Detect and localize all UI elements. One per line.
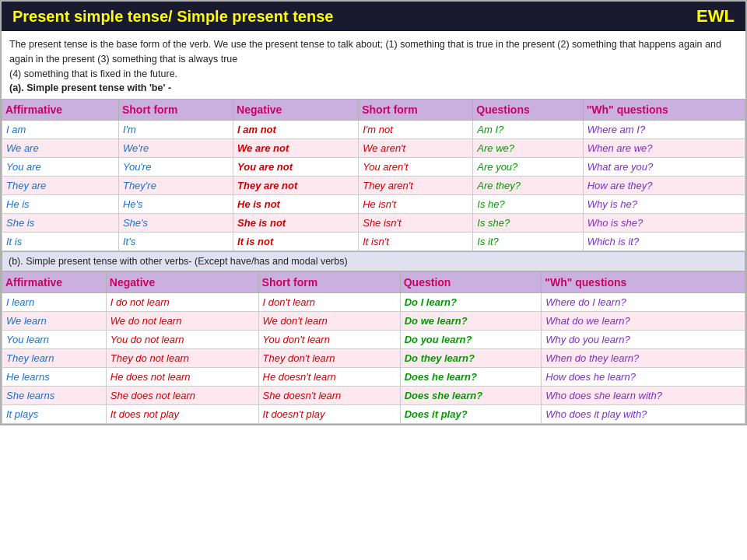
table-cell: What do we learn? bbox=[542, 312, 745, 331]
b-col-header-wh: "Wh" questions bbox=[542, 272, 745, 293]
table-cell: They don't learn bbox=[258, 349, 400, 368]
table-cell: Where am I? bbox=[583, 121, 745, 139]
table-cell: They learn bbox=[2, 349, 107, 368]
table-cell: He does not learn bbox=[106, 368, 258, 387]
table-cell: Do they learn? bbox=[400, 349, 542, 368]
table-cell: Is she? bbox=[473, 214, 583, 233]
section-b-table: Affirmative Negative Short form Question… bbox=[2, 271, 745, 424]
table-cell: Do I learn? bbox=[400, 293, 542, 312]
table-cell: I do not learn bbox=[106, 293, 258, 312]
table-row: She isShe'sShe is notShe isn'tIs she?Who… bbox=[2, 214, 745, 233]
col-header-shortform2: Short form bbox=[359, 100, 473, 121]
table-cell: I don't learn bbox=[258, 293, 400, 312]
table-cell: He is bbox=[2, 195, 119, 214]
table-row: He learnsHe does not learnHe doesn't lea… bbox=[2, 368, 745, 387]
b-col-header-affirmative: Affirmative bbox=[2, 272, 107, 293]
table-cell: They are not bbox=[233, 177, 359, 195]
table-row: They learnThey do not learnThey don't le… bbox=[2, 349, 745, 368]
table-cell: Who does she learn with? bbox=[542, 387, 745, 405]
table-cell: You're bbox=[118, 158, 233, 177]
table-cell: She does not learn bbox=[106, 387, 258, 405]
table-cell: Are we? bbox=[473, 139, 583, 158]
table-cell: Do you learn? bbox=[400, 331, 542, 349]
table-row: He isHe'sHe is notHe isn'tIs he?Why is h… bbox=[2, 195, 745, 214]
table-row: It isIt'sIt is notIt isn'tIs it?Which is… bbox=[2, 233, 745, 251]
section-b-header-row: Affirmative Negative Short form Question… bbox=[2, 272, 745, 293]
table-cell: It does not play bbox=[106, 405, 258, 424]
table-cell: He learns bbox=[2, 368, 107, 387]
table-cell: It's bbox=[118, 233, 233, 251]
table-cell: You do not learn bbox=[106, 331, 258, 349]
title-bar: Present simple tense/ Simple present ten… bbox=[2, 2, 745, 31]
table-cell: We learn bbox=[2, 312, 107, 331]
table-cell: He's bbox=[118, 195, 233, 214]
table-row: I amI'mI am notI'm notAm I?Where am I? bbox=[2, 121, 745, 139]
table-cell: She isn't bbox=[359, 214, 473, 233]
table-cell: Where do I learn? bbox=[542, 293, 745, 312]
table-cell: He doesn't learn bbox=[258, 368, 400, 387]
table-cell: She's bbox=[118, 214, 233, 233]
section-b-label: (b). Simple present tense with other ver… bbox=[2, 252, 745, 271]
table-cell: Do we learn? bbox=[400, 312, 542, 331]
table-cell: Does he learn? bbox=[400, 368, 542, 387]
table-cell: We do not learn bbox=[106, 312, 258, 331]
table-cell: I'm not bbox=[359, 121, 473, 139]
table-cell: It plays bbox=[2, 405, 107, 424]
table-cell: He isn't bbox=[359, 195, 473, 214]
table-cell: Does it play? bbox=[400, 405, 542, 424]
table-row: We areWe'reWe are notWe aren'tAre we?Whe… bbox=[2, 139, 745, 158]
table-cell: She learns bbox=[2, 387, 107, 405]
table-cell: She is not bbox=[233, 214, 359, 233]
table-row: We learnWe do not learnWe don't learnDo … bbox=[2, 312, 745, 331]
section-b-divider: (b). Simple present tense with other ver… bbox=[2, 251, 745, 271]
b-col-header-question: Question bbox=[400, 272, 542, 293]
table-cell: It isn't bbox=[359, 233, 473, 251]
table-cell: They are bbox=[2, 177, 119, 195]
table-cell: Why do you learn? bbox=[542, 331, 745, 349]
table-cell: Does she learn? bbox=[400, 387, 542, 405]
table-cell: Who does it play with? bbox=[542, 405, 745, 424]
table-cell: You are bbox=[2, 158, 119, 177]
page-title: Present simple tense/ Simple present ten… bbox=[12, 8, 333, 26]
table-row: You areYou'reYou are notYou aren'tAre yo… bbox=[2, 158, 745, 177]
table-cell: You aren't bbox=[359, 158, 473, 177]
table-cell: When do they learn? bbox=[542, 349, 745, 368]
table-cell: You are not bbox=[233, 158, 359, 177]
table-cell: Which is it? bbox=[583, 233, 745, 251]
table-cell: He is not bbox=[233, 195, 359, 214]
table-row: They areThey'reThey are notThey aren'tAr… bbox=[2, 177, 745, 195]
badge-ewl: EWL bbox=[696, 6, 735, 26]
col-header-affirmative: Affirmative bbox=[2, 100, 119, 121]
table-cell: Why is he? bbox=[583, 195, 745, 214]
table-cell: Are they? bbox=[473, 177, 583, 195]
intro-line1: The present tense is the base form of th… bbox=[9, 39, 721, 65]
intro-line2: (4) something that is fixed in the futur… bbox=[9, 68, 177, 79]
table-cell: I'm bbox=[118, 121, 233, 139]
table-cell: I am bbox=[2, 121, 119, 139]
table-cell: Is it? bbox=[473, 233, 583, 251]
table-row: You learnYou do not learnYou don't learn… bbox=[2, 331, 745, 349]
section-a-label: (a). Simple present tense with 'be' - bbox=[9, 82, 171, 93]
section-a-table: Affirmative Short form Negative Short fo… bbox=[2, 99, 745, 251]
table-cell: I learn bbox=[2, 293, 107, 312]
table-row: She learnsShe does not learnShe doesn't … bbox=[2, 387, 745, 405]
table-cell: What are you? bbox=[583, 158, 745, 177]
col-header-shortform1: Short form bbox=[118, 100, 233, 121]
col-header-negative: Negative bbox=[233, 100, 359, 121]
table-cell: You learn bbox=[2, 331, 107, 349]
table-cell: How are they? bbox=[583, 177, 745, 195]
table-cell: Am I? bbox=[473, 121, 583, 139]
table-cell: She doesn't learn bbox=[258, 387, 400, 405]
table-cell: Are you? bbox=[473, 158, 583, 177]
section-b-label-row: (b). Simple present tense with other ver… bbox=[2, 252, 745, 271]
table-cell: It is bbox=[2, 233, 119, 251]
b-col-header-shortform: Short form bbox=[258, 272, 400, 293]
intro-section: The present tense is the base form of th… bbox=[2, 31, 745, 99]
col-header-questions: Questions bbox=[473, 100, 583, 121]
table-cell: You don't learn bbox=[258, 331, 400, 349]
table-row: It playsIt does not playIt doesn't playD… bbox=[2, 405, 745, 424]
table-row: I learnI do not learnI don't learnDo I l… bbox=[2, 293, 745, 312]
table-cell: It is not bbox=[233, 233, 359, 251]
table-cell: We're bbox=[118, 139, 233, 158]
table-cell: I am not bbox=[233, 121, 359, 139]
